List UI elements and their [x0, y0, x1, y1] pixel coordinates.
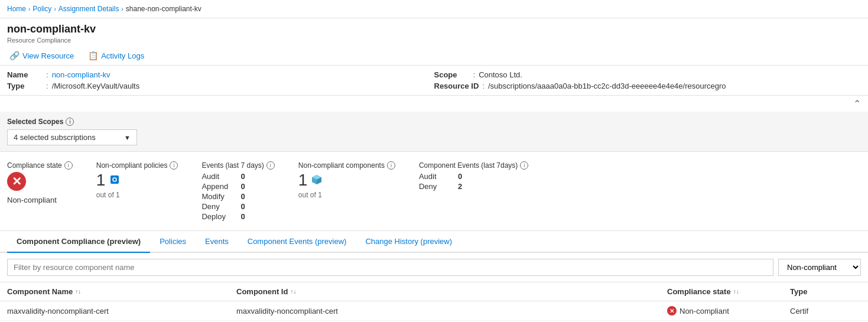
- compliance-state-block: Compliance state i ✕ Non-compliant: [7, 161, 73, 221]
- filter-input[interactable]: [7, 259, 773, 276]
- event-audit: Audit 0: [201, 172, 274, 181]
- component-events-list: Audit 0 Deny 2: [419, 172, 528, 191]
- component-events-info-icon[interactable]: i: [520, 161, 528, 170]
- non-compliant-components-number: 1: [298, 172, 395, 188]
- log-icon: 📋: [88, 51, 98, 60]
- activity-logs-button[interactable]: 📋 Activity Logs: [86, 50, 147, 61]
- metadata-section: Name : non-compliant-kv Type : /Microsof…: [0, 66, 868, 96]
- sort-icon-component-id: ↑↓: [290, 288, 296, 295]
- col-component-name[interactable]: Component Name ↑↓: [7, 287, 232, 296]
- stats-section: Compliance state i ✕ Non-compliant Non-c…: [0, 152, 868, 231]
- name-value[interactable]: non-compliant-kv: [52, 70, 110, 79]
- scope-label: Scope: [434, 70, 470, 79]
- policy-cube-icon: [109, 172, 121, 188]
- scopes-dropdown-value: 4 selected subscriptions: [14, 133, 96, 142]
- table-row: maxvalidity-noncompliant-cert maxvalidit…: [0, 301, 868, 321]
- page-header: non-compliant-kv Resource Compliance: [0, 18, 868, 46]
- resource-id-value: /subscriptions/aaaa0a0a-bb1b-cc2c-dd3d-e…: [488, 82, 726, 90]
- col-component-id[interactable]: Component Id ↑↓: [236, 287, 662, 296]
- page-title: non-compliant-kv: [7, 23, 861, 35]
- table-header: Component Name ↑↓ Component Id ↑↓ Compli…: [0, 282, 868, 301]
- non-compliant-policies-subtitle: out of 1: [96, 191, 178, 199]
- view-resource-button[interactable]: 🔗 View Resource: [7, 50, 76, 61]
- breadcrumb-assignment[interactable]: Assignment Details: [58, 5, 119, 13]
- tabs-section: Component Compliance (preview) Policies …: [0, 231, 868, 253]
- metadata-left: Name : non-compliant-kv Type : /Microsof…: [7, 70, 434, 90]
- compliance-state-info-icon[interactable]: i: [64, 161, 73, 170]
- cell-type: Certif: [790, 307, 861, 316]
- non-compliant-components-title: Non-compliant components i: [298, 161, 395, 170]
- external-link-icon: 🔗: [9, 51, 19, 60]
- col-type[interactable]: Type: [790, 287, 861, 296]
- scopes-section: Selected Scopes i 4 selected subscriptio…: [0, 112, 868, 152]
- name-row: Name : non-compliant-kv: [7, 70, 434, 79]
- non-compliant-components-info-icon[interactable]: i: [387, 161, 395, 170]
- comp-event-deny: Deny 2: [419, 182, 528, 191]
- cell-component-id: maxvalidity-noncompliant-cert: [236, 307, 662, 316]
- activity-logs-label: Activity Logs: [101, 51, 144, 60]
- event-append: Append 0: [201, 182, 274, 191]
- page-subtitle: Resource Compliance: [7, 37, 861, 44]
- component-events-title: Component Events (last 7days) i: [419, 161, 528, 170]
- scope-value: Contoso Ltd.: [479, 70, 522, 79]
- breadcrumb: Home › Policy › Assignment Details › sha…: [0, 0, 868, 18]
- non-compliant-policies-info-icon[interactable]: i: [170, 161, 178, 170]
- view-resource-label: View Resource: [22, 51, 74, 60]
- events-block: Events (last 7 days) i Audit 0 Append 0 …: [201, 161, 274, 221]
- toolbar: 🔗 View Resource 📋 Activity Logs: [0, 46, 868, 66]
- component-events-block: Component Events (last 7days) i Audit 0 …: [419, 161, 528, 221]
- comp-event-audit: Audit 0: [419, 172, 528, 181]
- cell-component-name: maxvalidity-noncompliant-cert: [7, 307, 232, 316]
- tab-component-compliance[interactable]: Component Compliance (preview): [7, 231, 150, 253]
- scopes-dropdown[interactable]: 4 selected subscriptions ▼: [7, 129, 137, 145]
- breadcrumb-home[interactable]: Home: [7, 5, 26, 13]
- breadcrumb-policy[interactable]: Policy: [32, 5, 51, 13]
- events-title: Events (last 7 days) i: [201, 161, 274, 170]
- event-modify: Modify 0: [201, 192, 274, 201]
- tab-events[interactable]: Events: [196, 231, 238, 253]
- type-value: /Microsoft.KeyVault/vaults: [52, 82, 140, 90]
- events-list: Audit 0 Append 0 Modify 0 Deny 0 Deploy …: [201, 172, 274, 221]
- event-deploy: Deploy 0: [201, 212, 274, 221]
- scopes-info-icon[interactable]: i: [66, 118, 74, 126]
- sort-icon-component-name: ↑↓: [75, 288, 81, 295]
- name-label: Name: [7, 70, 43, 79]
- compliance-x-icon: ✕: [667, 306, 677, 316]
- type-row: Type : /Microsoft.KeyVault/vaults: [7, 82, 434, 90]
- non-compliant-components-subtitle: out of 1: [298, 191, 395, 199]
- compliance-filter-dropdown[interactable]: Non-compliant: [778, 259, 861, 276]
- non-compliant-components-block: Non-compliant components i 1 out of 1: [298, 161, 395, 221]
- metadata-right: Scope : Contoso Ltd. Resource ID : /subs…: [434, 70, 862, 90]
- compliance-state-value: Non-compliant: [7, 196, 73, 204]
- resource-id-label: Resource ID: [434, 82, 479, 90]
- non-compliant-policies-block: Non-compliant policies i 1 out of 1: [96, 161, 178, 221]
- collapse-icon[interactable]: ⌃: [853, 98, 861, 109]
- events-info-icon[interactable]: i: [266, 161, 275, 170]
- resource-id-row: Resource ID : /subscriptions/aaaa0a0a-bb…: [434, 82, 862, 90]
- tab-change-history[interactable]: Change History (preview): [356, 231, 461, 253]
- svg-point-2: [113, 178, 116, 181]
- type-label: Type: [7, 82, 43, 90]
- non-compliant-icon: ✕: [7, 172, 26, 191]
- tab-component-events[interactable]: Component Events (preview): [238, 231, 356, 253]
- chevron-down-icon: ▼: [124, 134, 131, 141]
- collapse-divider: ⌃: [0, 96, 868, 112]
- non-compliant-policies-number: 1: [96, 172, 178, 188]
- filter-section: Non-compliant: [0, 253, 868, 282]
- scopes-label: Selected Scopes i: [7, 118, 861, 126]
- breadcrumb-current: shane-non-compliant-kv: [126, 5, 201, 13]
- tab-policies[interactable]: Policies: [150, 231, 196, 253]
- col-compliance-state[interactable]: Compliance state ↑↓: [667, 287, 785, 296]
- cell-compliance-state: ✕ Non-compliant: [667, 306, 785, 316]
- scope-row: Scope : Contoso Ltd.: [434, 70, 862, 79]
- compliance-state-title: Compliance state i: [7, 161, 73, 170]
- event-deny: Deny 0: [201, 202, 274, 211]
- sort-icon-compliance-state: ↑↓: [733, 288, 739, 295]
- compliance-state-text: Non-compliant: [680, 307, 729, 316]
- scopes-label-text: Selected Scopes: [7, 118, 63, 126]
- component-cube-icon: [311, 172, 323, 188]
- non-compliant-policies-title: Non-compliant policies i: [96, 161, 178, 170]
